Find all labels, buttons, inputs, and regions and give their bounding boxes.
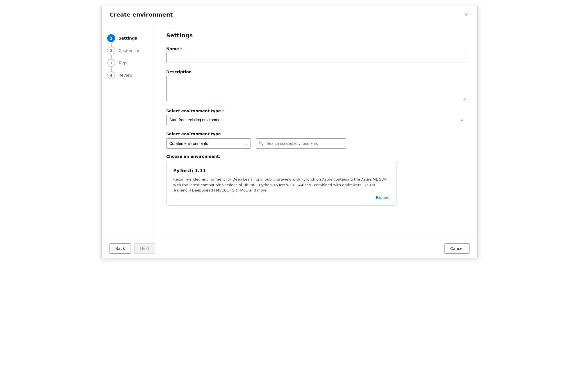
close-button[interactable]: × xyxy=(462,11,469,18)
step-circle-4: 4 xyxy=(107,71,115,79)
choose-env-label: Choose an environment: xyxy=(166,154,466,159)
sidebar-item-settings[interactable]: 1 Settings xyxy=(107,32,149,44)
footer-left-buttons: Back Next xyxy=(110,243,155,254)
name-required-star: * xyxy=(180,47,182,51)
search-box: 🔍 xyxy=(256,138,346,149)
page-title: Settings xyxy=(166,32,466,39)
step-circle-1: 1 xyxy=(107,34,115,42)
name-input[interactable] xyxy=(166,53,466,63)
curated-env-select[interactable]: Curated environments xyxy=(166,138,250,149)
curated-env-dropdown-wrapper: Curated environments ⌄ xyxy=(166,138,250,149)
expand-link[interactable]: Expand xyxy=(173,195,389,200)
env-card-description: Recommended environment for Deep Learnin… xyxy=(173,177,389,193)
name-field-group: Name * xyxy=(166,47,466,63)
sub-env-type-label: Select environment type xyxy=(166,132,466,136)
dialog-body: 1 Settings 2 Customize 3 Tags 4 Review S… xyxy=(102,23,477,239)
env-type-label: Select environment type * xyxy=(166,109,466,113)
search-input[interactable] xyxy=(256,138,346,149)
search-icon: 🔍 xyxy=(259,141,264,146)
env-type-row: Curated environments ⌄ 🔍 xyxy=(166,138,466,149)
env-card-title: PyTorch 1.11 xyxy=(173,168,389,173)
step-label-settings: Settings xyxy=(118,36,137,40)
sidebar-item-tags[interactable]: 3 Tags xyxy=(107,57,149,69)
env-type-select[interactable]: Start from existing environment xyxy=(166,115,466,125)
sidebar: 1 Settings 2 Customize 3 Tags 4 Review xyxy=(102,23,155,239)
description-field-group: Description xyxy=(166,70,466,102)
back-button[interactable]: Back xyxy=(110,243,131,254)
dialog-title: Create environment xyxy=(110,11,173,18)
env-type-field-group: Select environment type * Start from exi… xyxy=(166,109,466,125)
description-input[interactable] xyxy=(166,76,466,101)
env-type-required-star: * xyxy=(222,109,224,113)
cancel-button[interactable]: Cancel xyxy=(444,243,469,254)
env-card: PyTorch 1.11 Recommended environment for… xyxy=(166,162,396,206)
sub-env-section: Select environment type Curated environm… xyxy=(166,132,466,206)
env-type-dropdown-wrapper: Start from existing environment ⌄ xyxy=(166,115,466,125)
step-circle-2: 2 xyxy=(107,47,115,54)
step-label-review: Review xyxy=(118,73,133,78)
next-button: Next xyxy=(134,243,155,254)
step-label-customize: Customize xyxy=(118,48,139,53)
description-label: Description xyxy=(166,70,466,74)
dialog-header: Create environment × xyxy=(102,6,477,23)
sidebar-item-customize[interactable]: 2 Customize xyxy=(107,44,149,57)
step-circle-3: 3 xyxy=(107,59,115,67)
step-label-tags: Tags xyxy=(118,61,127,65)
name-label: Name * xyxy=(166,47,466,51)
sidebar-item-review[interactable]: 4 Review xyxy=(107,69,149,81)
main-content: Settings Name * Description Select env xyxy=(155,23,477,239)
dialog-footer: Back Next Cancel xyxy=(102,239,477,258)
